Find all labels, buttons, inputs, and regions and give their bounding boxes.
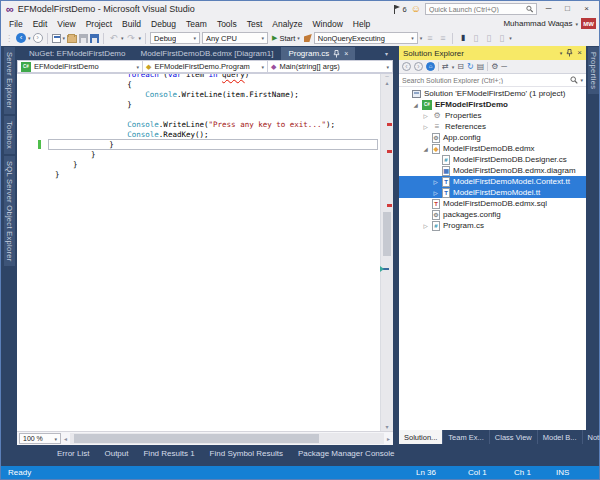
collapse-all-icon[interactable]: ⊟ bbox=[457, 62, 464, 71]
code-line[interactable]: } bbox=[17, 170, 380, 180]
save-all-icon[interactable] bbox=[90, 34, 99, 43]
notifications-button[interactable]: 6 bbox=[393, 5, 407, 14]
tree-expander-icon[interactable]: ▷ bbox=[432, 190, 439, 196]
start-debug-button[interactable]: ▶ Start ▾ bbox=[270, 34, 302, 43]
doc-tab-modelfirstdemodb-edmx-diagram1[interactable]: ModelFirstDemoDB.edmx [Diagram1] bbox=[133, 47, 280, 60]
tree-item-modelfirstdemodb-edmx-sql[interactable]: TModelFirstDemoDB.edmx.sql bbox=[399, 198, 586, 209]
user-account[interactable]: Muhammad Waqas ▾ MW bbox=[503, 18, 596, 29]
code-line[interactable]: } bbox=[17, 160, 380, 170]
outdent-lines-icon[interactable]: ≡ bbox=[437, 33, 448, 43]
menu-view[interactable]: View bbox=[52, 19, 80, 29]
project-dropdown[interactable]: C# EFModelFirstDemo ▾ bbox=[17, 60, 143, 73]
code-line[interactable]: Console.WriteLine("Press any key to exit… bbox=[17, 120, 380, 130]
menu-build[interactable]: Build bbox=[117, 19, 146, 29]
doc-tab-program-cs[interactable]: Program.cs× bbox=[281, 47, 355, 60]
type-dropdown[interactable]: ◆ EFModelFirstDemo.Program ▾ bbox=[143, 60, 268, 73]
solution-search-input[interactable] bbox=[402, 77, 568, 84]
pin-icon[interactable] bbox=[333, 50, 340, 58]
sql-event-dropdown[interactable]: NonQueryExecuting ▾ bbox=[314, 32, 418, 44]
se-back-button[interactable]: ‹ bbox=[402, 62, 411, 71]
scroll-down-icon[interactable]: ▾ bbox=[381, 424, 393, 430]
maximize-button[interactable]: □ bbox=[560, 3, 575, 15]
menu-help[interactable]: Help bbox=[348, 19, 375, 29]
document-list-dropdown-icon[interactable]: ▾ bbox=[385, 50, 388, 57]
se-tab-team-ex[interactable]: Team Ex... bbox=[443, 430, 489, 444]
sync-with-active-document-icon[interactable]: ⇄ bbox=[442, 62, 449, 71]
sidebar-tab-properties[interactable]: Properties bbox=[588, 47, 599, 94]
minimize-button[interactable]: ─ bbox=[541, 3, 556, 15]
tree-expander-icon[interactable]: ▷ bbox=[432, 179, 439, 185]
zoom-selector[interactable]: 100 % ▾ bbox=[19, 433, 61, 444]
chevron-down-icon[interactable]: ▾ bbox=[139, 35, 142, 41]
scroll-right-icon[interactable]: ► bbox=[386, 436, 391, 442]
solution-platforms-dropdown[interactable]: Any CPU ▾ bbox=[202, 32, 268, 44]
tree-item-program-cs[interactable]: ▷#Program.cs bbox=[399, 220, 586, 231]
code-line[interactable]: } bbox=[17, 150, 380, 160]
tree-item-solution-efmodelfirstdemo-1-project[interactable]: Solution 'EFModelFirstDemo' (1 project) bbox=[399, 88, 586, 99]
sidebar-tab-server-explorer[interactable]: Server Explorer bbox=[4, 47, 15, 114]
se-forward-button[interactable]: › bbox=[414, 62, 423, 71]
code-line[interactable]: } bbox=[17, 140, 380, 150]
se-tab-solution[interactable]: Solution... bbox=[399, 430, 443, 444]
chevron-down-icon[interactable]: ▾ bbox=[452, 64, 455, 70]
close-tab-icon[interactable]: × bbox=[344, 50, 348, 57]
tree-expander-icon[interactable]: ◢ bbox=[412, 102, 419, 108]
code-line[interactable]: Console.WriteLine(item.FirstName); bbox=[17, 90, 380, 100]
panel-tab-find-results-1[interactable]: Find Results 1 bbox=[143, 449, 194, 466]
menu-team[interactable]: Team bbox=[181, 19, 212, 29]
sidebar-tab-toolbox[interactable]: Toolbox bbox=[4, 116, 15, 154]
menu-project[interactable]: Project bbox=[81, 19, 117, 29]
sidebar-tab-sql-server-object-explorer[interactable]: SQL Server Object Explorer bbox=[4, 156, 15, 266]
menu-tools[interactable]: Tools bbox=[212, 19, 242, 29]
chevron-down-icon[interactable]: ▾ bbox=[420, 35, 423, 41]
navigate-backward-button[interactable]: ‹ bbox=[16, 33, 26, 43]
scroll-left-icon[interactable]: ◄ bbox=[63, 436, 68, 442]
save-icon[interactable] bbox=[79, 34, 88, 43]
sql-debugger-icon[interactable] bbox=[304, 34, 312, 42]
tree-item-modelfirstdemomodel-tt[interactable]: ▷TModelFirstDemoModel.tt bbox=[399, 187, 586, 198]
scroll-up-icon[interactable]: ▴ bbox=[381, 80, 393, 86]
feedback-smiley-icon[interactable]: ☺ bbox=[411, 4, 421, 14]
properties-wrench-icon[interactable]: ⚙ bbox=[491, 62, 498, 71]
editor-vertical-scrollbar[interactable]: ─ ▴ ▾ bbox=[380, 74, 393, 431]
menu-analyze[interactable]: Analyze bbox=[267, 19, 307, 29]
scrollbar-thumb[interactable] bbox=[74, 434, 319, 443]
menu-edit[interactable]: Edit bbox=[28, 19, 53, 29]
redo-icon[interactable]: ↷ bbox=[126, 33, 137, 43]
tree-item-packages-config[interactable]: ⚙packages.config bbox=[399, 209, 586, 220]
tree-item-app-config[interactable]: ⚙App.config bbox=[399, 132, 586, 143]
next-bookmark-icon[interactable]: ▯ bbox=[483, 33, 494, 43]
code-line[interactable] bbox=[17, 110, 380, 120]
tree-item-modelfirstdemomodel-context-tt[interactable]: ▷TModelFirstDemoModel.Context.tt bbox=[399, 176, 586, 187]
tree-item-efmodelfirstdemo[interactable]: ◢C#EFModelFirstDemo bbox=[399, 99, 586, 110]
doc-tab-nuget-efmodelfirstdemo[interactable]: NuGet: EFModelFirstDemo bbox=[22, 47, 132, 60]
menu-file[interactable]: File bbox=[4, 19, 28, 29]
chevron-down-icon[interactable]: ▾ bbox=[580, 77, 583, 83]
refresh-icon[interactable]: ↻ bbox=[467, 62, 474, 71]
toolbar-grip[interactable]: ⋮ bbox=[5, 34, 13, 43]
menu-test[interactable]: Test bbox=[242, 19, 268, 29]
panel-tab-error-list[interactable]: Error List bbox=[57, 449, 89, 466]
open-file-icon[interactable] bbox=[67, 35, 77, 43]
code-line[interactable]: } bbox=[17, 100, 380, 110]
error-mark[interactable] bbox=[387, 150, 392, 153]
undo-icon[interactable]: ↶ bbox=[108, 33, 119, 43]
home-icon[interactable]: ⌂ bbox=[426, 62, 435, 71]
show-all-files-icon[interactable]: ▤ bbox=[477, 62, 485, 71]
clear-bookmarks-icon[interactable]: ▯ bbox=[496, 33, 507, 43]
code-area[interactable]: foreach (var item in query) { Console.Wr… bbox=[17, 74, 380, 431]
preview-selected-items-icon[interactable]: ─ bbox=[501, 62, 507, 71]
tree-item-modelfirstdemodb-edmx[interactable]: ◢◆ModelFirstDemoDB.edmx bbox=[399, 143, 586, 154]
se-tab-model-b[interactable]: Model B... bbox=[538, 430, 583, 444]
splitter-grip-icon[interactable]: ─ bbox=[381, 74, 393, 79]
window-position-dropdown-icon[interactable]: ▾ bbox=[560, 50, 563, 56]
close-icon[interactable]: × bbox=[577, 49, 582, 57]
member-dropdown[interactable]: ◆ Main(string[] args) ▾ bbox=[268, 60, 393, 73]
tree-item-references[interactable]: ▷≡References bbox=[399, 121, 586, 132]
chevron-down-icon[interactable]: ▾ bbox=[63, 35, 66, 41]
chevron-down-icon[interactable]: ▾ bbox=[28, 35, 31, 41]
code-line[interactable]: { bbox=[17, 80, 380, 90]
panel-tab-find-symbol-results[interactable]: Find Symbol Results bbox=[210, 449, 283, 466]
new-project-icon[interactable] bbox=[52, 34, 61, 43]
se-tab-class-view[interactable]: Class View bbox=[490, 430, 538, 444]
